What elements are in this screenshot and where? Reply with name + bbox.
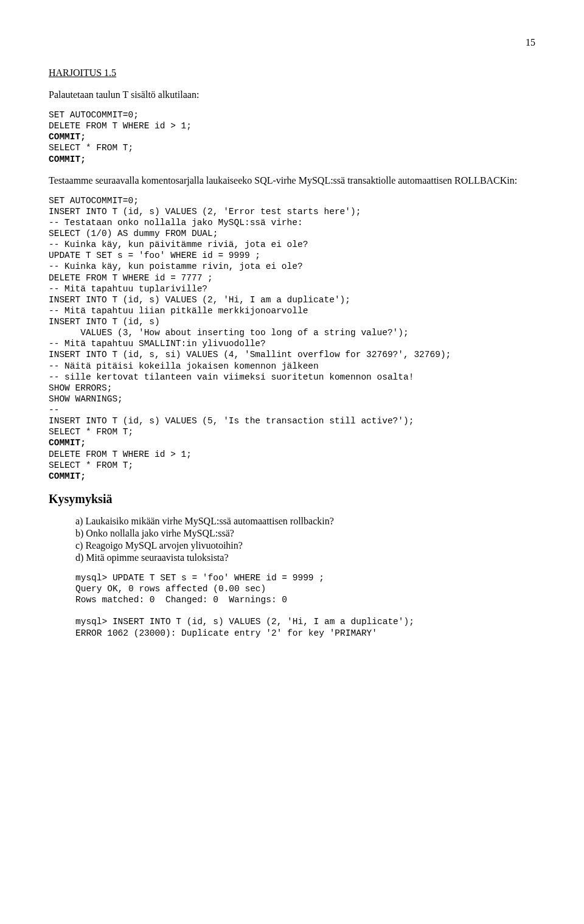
page-number: 15 [49, 36, 535, 49]
code-block-3: mysql> UPDATE T SET s = 'foo' WHERE id =… [75, 572, 535, 639]
code-line: mysql> UPDATE T SET s = 'foo' WHERE id =… [75, 573, 324, 583]
code-line: -- Mitä tapahtuu liian pitkälle merkkijo… [49, 306, 308, 316]
code-line: -- Testataan onko nollalla jako MySQL:ss… [49, 218, 303, 228]
code-line: INSERT INTO T (id, s) VALUES (2, 'Hi, I … [49, 295, 350, 305]
code-line: -- Mitä tapahtuu tuplariville? [49, 284, 207, 294]
code-line: Query OK, 0 rows affected (0.00 sec) [75, 584, 266, 594]
code-line: -- Kuinka käy, kun päivitämme riviä, jot… [49, 240, 308, 249]
exercise-heading: HARJOITUS 1.5 [49, 67, 535, 79]
code-line: SELECT * FROM T; [49, 143, 133, 153]
questions-list: a) Laukaisiko mikään virhe MySQL:ssä aut… [49, 515, 535, 564]
list-item: d) Mitä opimme seuraavista tuloksista? [75, 552, 535, 564]
mid-text-1: Testaamme seuraavalla komentosarjalla la… [49, 175, 535, 187]
code-line: INSERT INTO T (id, s) VALUES (2, 'Error … [49, 207, 361, 217]
code-line: SELECT (1/0) AS dummy FROM DUAL; [49, 229, 218, 238]
code-line: DELETE FROM T WHERE id > 1; [49, 121, 192, 131]
code-line: INSERT INTO T (id, s) [49, 317, 160, 327]
code-line: -- Näitä pitäisi kokeilla jokaisen komen… [49, 361, 319, 371]
code-line: SET AUTOCOMMIT=0; [49, 196, 139, 206]
code-line: COMMIT; [49, 155, 86, 164]
list-item: a) Laukaisiko mikään virhe MySQL:ssä aut… [75, 515, 535, 527]
code-line: -- Mitä tapahtuu SMALLINT:in ylivuodolle… [49, 339, 266, 349]
code-line: SELECT * FROM T; [49, 427, 133, 437]
code-line: COMMIT; [49, 471, 86, 481]
code-line: mysql> INSERT INTO T (id, s) VALUES (2, … [75, 617, 414, 627]
code-line: -- Kuinka käy, kun poistamme rivin, jota… [49, 262, 303, 271]
code-line: COMMIT; [49, 132, 86, 142]
code-block-2: SET AUTOCOMMIT=0; INSERT INTO T (id, s) … [49, 195, 535, 482]
code-line: SELECT * FROM T; [49, 460, 133, 470]
code-line: SHOW WARNINGS; [49, 394, 123, 404]
code-line: ERROR 1062 (23000): Duplicate entry '2' … [75, 628, 377, 638]
code-block-1: SET AUTOCOMMIT=0; DELETE FROM T WHERE id… [49, 109, 535, 165]
intro-text: Palautetaan taulun T sisältö alkutilaan: [49, 89, 535, 101]
code-line: INSERT INTO T (id, s, si) VALUES (4, 'Sm… [49, 350, 451, 360]
code-line: COMMIT; [49, 438, 86, 448]
code-line: SET AUTOCOMMIT=0; [49, 110, 139, 120]
list-item: b) Onko nollalla jako virhe MySQL:ssä? [75, 527, 535, 540]
code-line: DELETE FROM T WHERE id > 1; [49, 450, 192, 459]
list-item: c) Reagoigo MySQL arvojen ylivuotoihin? [75, 540, 535, 552]
questions-heading: Kysymyksiä [49, 492, 535, 507]
code-line: -- sille kertovat tilanteen vain viimeks… [49, 372, 414, 382]
code-line: VALUES (3, 'How about inserting too long… [49, 328, 409, 338]
code-line: UPDATE T SET s = 'foo' WHERE id = 9999 ; [49, 251, 260, 260]
code-line: INSERT INTO T (id, s) VALUES (5, 'Is the… [49, 416, 414, 426]
code-line: DELETE FROM T WHERE id = 7777 ; [49, 273, 213, 283]
code-line: Rows matched: 0 Changed: 0 Warnings: 0 [75, 595, 287, 605]
code-line: SHOW ERRORS; [49, 383, 112, 393]
code-line: -- [49, 405, 59, 415]
